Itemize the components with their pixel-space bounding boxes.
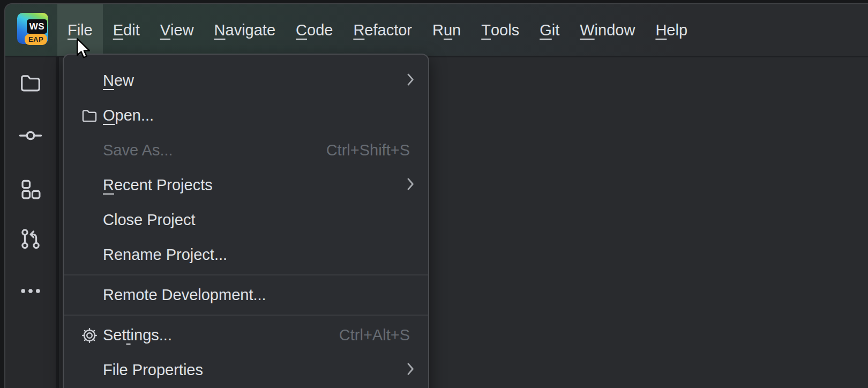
menu-separator (64, 274, 428, 275)
ide-screenshot: WS EAP File Edit View Navigate Code Refa… (0, 0, 868, 388)
chevron-right-icon (407, 178, 414, 192)
mouse-cursor-icon (76, 38, 92, 62)
shortcut-label: Ctrl+Alt+S (339, 326, 410, 344)
menu-item-new[interactable]: New (64, 63, 428, 98)
gear-icon (79, 318, 100, 353)
pull-requests-icon[interactable] (5, 226, 56, 252)
shortcut-label: Ctrl+Shift+S (326, 141, 410, 159)
menubar-item-run[interactable]: Run (422, 4, 471, 56)
menu-item-label: File Properties (103, 361, 203, 379)
menubar-item-help[interactable]: Help (645, 4, 698, 56)
structure-icon[interactable] (5, 176, 56, 202)
menu-item-rename-project[interactable]: Rename Project... (64, 237, 428, 272)
menu-item-label: Save As... (103, 141, 173, 159)
menubar-item-refactor[interactable]: Refactor (343, 4, 422, 56)
menu-item-label: Remote Development... (103, 286, 266, 304)
chevron-right-icon (407, 73, 414, 88)
menubar-item-view[interactable]: View (150, 4, 204, 56)
toolwindow-stripe (5, 57, 59, 388)
menubar: File Edit View Navigate Code Refactor Ru… (57, 4, 698, 56)
menubar-item-navigate[interactable]: Navigate (204, 4, 286, 56)
menubar-item-code[interactable]: Code (286, 4, 343, 56)
eap-badge: EAP (25, 34, 47, 45)
menu-item-settings[interactable]: Settings... Ctrl+Alt+S (64, 318, 428, 353)
menubar-item-edit[interactable]: Edit (103, 4, 150, 56)
menubar-item-git[interactable]: Git (529, 4, 570, 56)
menu-item-label: Rename Project... (103, 246, 227, 264)
menubar-item-window[interactable]: Window (570, 4, 645, 56)
menu-item-close-project[interactable]: Close Project (64, 203, 428, 237)
menu-item-open[interactable]: Open... (64, 98, 428, 133)
folder-icon (79, 98, 100, 133)
menu-item-label: Close Project (103, 211, 195, 229)
commit-icon[interactable] (5, 123, 56, 148)
main-toolbar: WS EAP File Edit View Navigate Code Refa… (5, 4, 868, 56)
menu-item-remote-development[interactable]: Remote Development... (64, 278, 428, 312)
ide-window: WS EAP File Edit View Navigate Code Refa… (4, 3, 868, 388)
webstorm-eap-logo: WS EAP (17, 13, 48, 44)
menu-item-label: Recent Projects (103, 176, 213, 194)
menu-item-label: Settings... (103, 326, 172, 344)
menu-item-label: New (103, 72, 134, 89)
file-menu-popup: New Open... Save As... Ctrl+Shift+S Rece… (63, 54, 429, 388)
menubar-item-tools[interactable]: Tools (471, 4, 529, 56)
menu-item-label: Open... (103, 107, 154, 124)
menu-item-recent-projects[interactable]: Recent Projects (64, 168, 428, 203)
webstorm-logo-text: WS (27, 19, 47, 34)
more-tool-windows-icon[interactable] (5, 278, 56, 304)
menu-item-save-as: Save As... Ctrl+Shift+S (64, 133, 428, 168)
chevron-right-icon (407, 363, 414, 377)
project-folder-icon[interactable] (5, 70, 56, 96)
menu-separator (64, 315, 428, 316)
menu-item-file-properties[interactable]: File Properties (64, 353, 428, 387)
